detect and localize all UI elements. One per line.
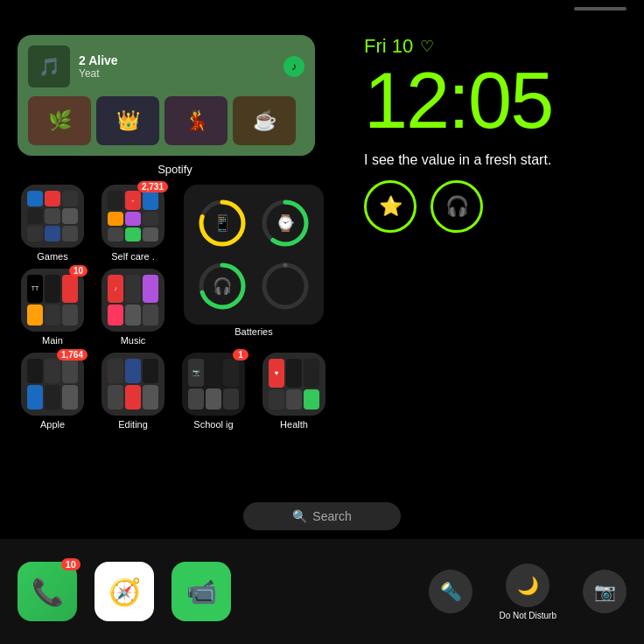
music-label: Music <box>121 335 146 346</box>
battery-empty-circle <box>260 261 311 312</box>
widget-icons-row: ⭐ 🎧 <box>364 180 626 233</box>
selfcare-badge: 2,731 <box>137 181 168 192</box>
battery-watch-icon: ⌚ <box>276 214 295 233</box>
spotify-img-2: 👑 <box>96 96 159 145</box>
right-section: Fri 10 ♡ 12:05 I see the value in a fres… <box>364 35 626 233</box>
facetime-app[interactable]: 📹 <box>172 562 231 621</box>
music-folder-icon[interactable]: ♪ <box>102 269 164 332</box>
main-folder[interactable]: 10 TT Main <box>18 269 88 346</box>
editing-label: Editing <box>118 419 148 430</box>
clock-time: 12:05 <box>364 61 626 140</box>
search-bar[interactable]: 🔍 Search <box>243 502 401 530</box>
spotify-album-art: 🎵 <box>28 46 70 88</box>
star-widget[interactable]: ⭐ <box>364 180 416 233</box>
clock-quote: I see the value in a fresh start. <box>364 150 626 170</box>
camera-icon[interactable]: 📷 <box>583 570 626 613</box>
health-label: Health <box>280 419 308 430</box>
battery-watch-circle: ⌚ <box>260 198 311 248</box>
battery-watch: ⌚ <box>257 195 313 251</box>
svg-point-6 <box>264 265 306 307</box>
clock-section: Fri 10 ♡ 12:05 I see the value in a fres… <box>364 35 626 233</box>
clock-date: Fri 10 <box>364 35 413 58</box>
flashlight-icon[interactable]: 🔦 <box>429 570 472 613</box>
spotify-logo-icon: ♪ <box>284 56 304 77</box>
schoolig-folder[interactable]: 1 📷 School ig <box>178 353 248 430</box>
batteries-widget-wrapper: 📱 ⌚ <box>178 185 329 346</box>
airpods-icon: 🎧 <box>445 195 469 218</box>
star-icon: ⭐ <box>379 195 402 218</box>
battery-empty <box>257 258 313 314</box>
dnd-btn[interactable]: 🌙 Do Not Disturb <box>499 564 556 620</box>
battery-iphone-icon: 📱 <box>213 214 232 233</box>
dock-right-buttons: 🔦 🌙 Do Not Disturb 📷 <box>429 564 626 620</box>
main-badge: 10 <box>69 265 88 276</box>
dnd-icon[interactable]: 🌙 <box>506 564 550 607</box>
apple-badge: 1,764 <box>57 349 88 360</box>
health-folder[interactable]: ♥ Health <box>259 353 329 430</box>
battery-iphone: 📱 <box>194 195 250 251</box>
schoolig-badge: 1 <box>233 349 248 360</box>
status-bar <box>574 7 626 10</box>
search-label: Search <box>312 509 351 523</box>
schoolig-folder-icon[interactable]: 1 📷 <box>182 353 245 416</box>
spotify-img-4: ☕ <box>233 96 296 145</box>
battery-airpods-icon: 🎧 <box>213 276 232 296</box>
games-folder[interactable]: Games <box>18 185 88 262</box>
apple-folder[interactable]: 1,764 Apple <box>18 353 88 430</box>
spotify-song-title: 2 Alive <box>79 53 118 67</box>
spotify-img-1: 🌿 <box>28 96 91 145</box>
selfcare-folder-icon[interactable]: 2,731 + <box>102 185 164 248</box>
editing-folder-icon[interactable] <box>102 353 164 416</box>
battery-airpods-circle: 🎧 <box>197 261 248 312</box>
safari-app[interactable]: 🧭 <box>94 562 154 621</box>
games-folder-icon[interactable] <box>21 185 84 248</box>
dnd-label: Do Not Disturb <box>499 611 556 620</box>
selfcare-label: Self care . <box>111 251 155 262</box>
phone-badge: 10 <box>61 558 80 570</box>
left-section: 🎵 2 Alive Yeat ♪ 🌿 👑 💃 ☕ Spotify <box>18 35 332 430</box>
battery-airpods: 🎧 <box>194 258 250 314</box>
search-icon: 🔍 <box>292 509 307 523</box>
heart-icon: ♡ <box>420 37 434 56</box>
airpods-widget[interactable]: 🎧 <box>430 180 483 233</box>
phone-app[interactable]: 10 📞 <box>18 562 77 621</box>
batteries-label: Batteries <box>234 326 272 337</box>
selfcare-folder[interactable]: 2,731 + Self care . <box>98 185 168 262</box>
flashlight-btn[interactable]: 🔦 <box>429 570 472 613</box>
battery-iphone-circle: 📱 <box>197 198 248 248</box>
app-grid: Games 2,731 + Self care . <box>18 185 332 430</box>
music-folder[interactable]: ♪ Music <box>98 269 168 346</box>
bottom-dock: 10 📞 🧭 📹 🔦 🌙 Do Not Disturb 📷 <box>0 539 644 644</box>
main-label: Main <box>42 335 63 346</box>
editing-folder[interactable]: Editing <box>98 353 168 430</box>
health-folder-icon[interactable]: ♥ <box>262 353 326 416</box>
spotify-widget[interactable]: 🎵 2 Alive Yeat ♪ 🌿 👑 💃 ☕ <box>18 35 315 156</box>
apple-folder-icon[interactable]: 1,764 <box>21 353 84 416</box>
spotify-label: Spotify <box>18 163 332 176</box>
dock-apps: 10 📞 🧭 📹 <box>18 562 231 621</box>
games-label: Games <box>37 251 67 262</box>
spotify-img-3: 💃 <box>164 96 228 145</box>
main-folder-icon[interactable]: 10 TT <box>21 269 84 332</box>
schoolig-label: School ig <box>193 419 233 430</box>
apple-label: Apple <box>40 419 65 430</box>
spotify-song-artist: Yeat <box>79 67 118 80</box>
batteries-widget: 📱 ⌚ <box>184 185 324 325</box>
camera-btn[interactable]: 📷 <box>583 570 626 613</box>
